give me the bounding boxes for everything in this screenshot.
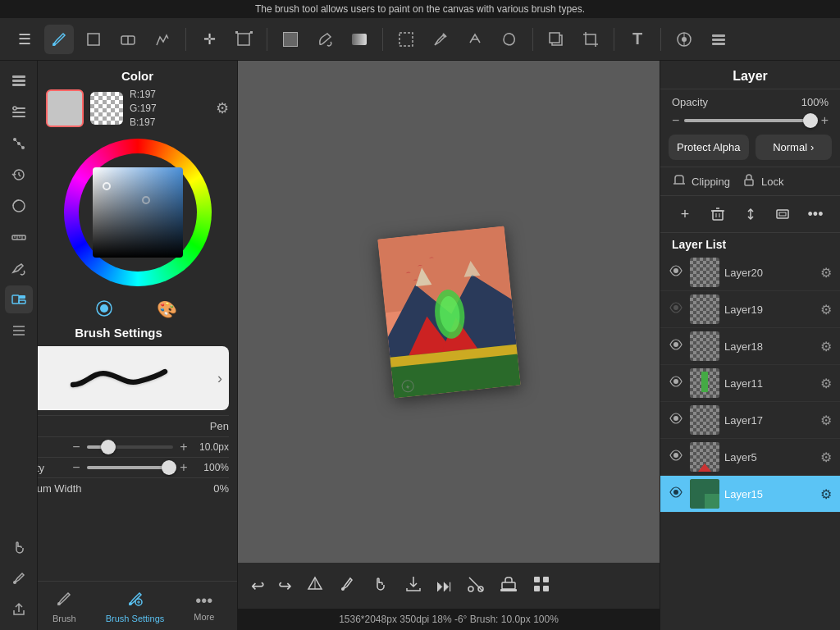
undo-icon[interactable]: ↩ — [251, 576, 265, 596]
layer-item-layer15[interactable]: Layer15 ⚙ — [660, 476, 840, 513]
canvas-container[interactable]: ✦ — [238, 61, 660, 563]
delete-layer-btn[interactable] — [705, 201, 731, 227]
eraser-tool-icon[interactable] — [113, 25, 143, 54]
reorder-layers-btn[interactable] — [737, 201, 764, 227]
size-plus[interactable]: + — [178, 440, 189, 454]
color-tab[interactable]: Color — [87, 296, 121, 321]
layer5-visibility[interactable] — [669, 448, 685, 466]
layer15-visibility[interactable] — [669, 485, 685, 503]
paint-icon[interactable] — [460, 25, 490, 54]
brush-prev-arrow-right[interactable]: › — [217, 370, 222, 387]
redo-icon[interactable]: ↪ — [278, 576, 292, 596]
lock-item[interactable]: Lock — [742, 172, 783, 190]
layer20-gear[interactable]: ⚙ — [820, 265, 832, 281]
grid-icon[interactable] — [532, 574, 551, 598]
brush-settings-bottom-tab[interactable]: Brush Settings — [99, 587, 171, 627]
layer20-visibility[interactable] — [669, 263, 685, 281]
opacity-slider-thumb[interactable] — [162, 460, 176, 475]
pen-tool-icon[interactable] — [5, 564, 33, 592]
layers-left-icon[interactable] — [5, 67, 33, 95]
size-slider-thumb[interactable] — [101, 440, 116, 454]
text-icon[interactable]: T — [623, 25, 652, 54]
crop-icon[interactable] — [576, 25, 605, 54]
skip-icon[interactable]: ⏭ — [436, 577, 453, 596]
layer15-gear[interactable]: ⚙ — [820, 486, 832, 502]
effects-icon[interactable] — [5, 192, 33, 220]
layer19-visibility[interactable] — [669, 300, 685, 318]
layer11-gear[interactable]: ⚙ — [820, 376, 832, 391]
opacity-minus[interactable]: − — [71, 460, 82, 475]
layer-item-layer17[interactable]: Layer17 ⚙ — [660, 402, 840, 439]
opacity-slider[interactable] — [684, 119, 815, 122]
layer-more-btn[interactable]: ••• — [802, 201, 829, 227]
vector-tool-icon[interactable] — [148, 25, 177, 54]
opacity-slider[interactable] — [87, 466, 173, 469]
menu-icon[interactable]: ☰ — [10, 25, 39, 54]
opacity-minus-btn[interactable]: − — [672, 113, 679, 128]
move-tool-icon[interactable]: ✛ — [194, 25, 224, 54]
brush-tool-icon[interactable] — [44, 25, 74, 54]
layer19-gear[interactable]: ⚙ — [820, 302, 832, 317]
color-wheel[interactable] — [64, 139, 212, 286]
layer-item-layer20[interactable]: Layer20 ⚙ — [660, 254, 840, 291]
layer-item-layer18[interactable]: Layer18 ⚙ — [660, 328, 840, 365]
canvas-artwork[interactable]: ✦ — [377, 226, 521, 398]
gradient-tool-icon[interactable] — [345, 25, 374, 54]
symmetry-bottom-icon[interactable] — [305, 574, 325, 598]
history-icon[interactable] — [5, 161, 33, 189]
svg-rect-76 — [543, 577, 549, 582]
opacity-slider-row: Opacity − + 100% — [8, 457, 229, 477]
size-minus[interactable]: − — [71, 440, 82, 454]
layer17-visibility[interactable] — [669, 411, 685, 429]
add-layer-btn[interactable]: + — [672, 201, 698, 227]
palette-tab[interactable]: 🎨 Palette — [147, 296, 188, 321]
more-tab-icon: ••• — [195, 591, 212, 610]
transform-tool-icon[interactable] — [229, 25, 258, 54]
adjustments-icon[interactable] — [5, 130, 33, 158]
active-layer-icon[interactable] — [5, 285, 33, 313]
layer18-visibility[interactable] — [669, 337, 685, 355]
layers-icon[interactable] — [704, 25, 733, 54]
layer11-visibility[interactable] — [669, 374, 685, 392]
paint-bucket-icon[interactable] — [5, 254, 33, 282]
opacity-plus[interactable]: + — [178, 460, 189, 475]
brush-tab[interactable]: Brush — [46, 587, 83, 627]
normal-blend-btn[interactable]: Normal › — [756, 135, 833, 160]
layer5-gear[interactable]: ⚙ — [820, 450, 832, 465]
layer-item-layer11[interactable]: Layer11 ⚙ — [660, 365, 840, 402]
more-tab[interactable]: ••• More — [187, 588, 221, 625]
layer17-thumb — [690, 405, 719, 435]
opacity-plus-btn[interactable]: + — [821, 113, 829, 128]
size-slider[interactable] — [87, 445, 173, 449]
eyedropper-icon[interactable] — [426, 25, 455, 54]
clipping-item[interactable]: Clipping — [672, 172, 730, 190]
background-color-swatch[interactable] — [90, 92, 123, 125]
color-settings-gear[interactable]: ⚙ — [216, 99, 229, 117]
opacity-slider-thumb[interactable] — [803, 113, 818, 128]
protect-alpha-btn[interactable]: Protect Alpha — [669, 135, 749, 160]
layer17-gear[interactable]: ⚙ — [820, 413, 832, 428]
layer18-gear[interactable]: ⚙ — [820, 339, 832, 354]
symmetry-icon[interactable] — [669, 25, 699, 54]
cut-icon[interactable] — [466, 574, 486, 598]
layer-item-layer5[interactable]: Layer5 ⚙ — [660, 439, 840, 476]
layer-item-layer19[interactable]: Layer19 ⚙ — [660, 291, 840, 328]
smudge-tool-icon[interactable] — [79, 25, 108, 54]
hand-tool-icon[interactable] — [5, 533, 33, 561]
foreground-color-swatch[interactable] — [46, 89, 84, 127]
duplicate-icon[interactable] — [541, 25, 571, 54]
stamp-icon[interactable] — [499, 574, 518, 598]
selection-tool-icon[interactable] — [391, 25, 421, 54]
share-icon[interactable] — [5, 596, 33, 623]
list-icon[interactable] — [5, 317, 33, 345]
properties-icon[interactable] — [5, 98, 33, 126]
fill-color-icon[interactable] — [276, 25, 305, 54]
brush-preview-container[interactable]: ‹ › — [8, 346, 229, 410]
pen-bottom-icon[interactable] — [338, 574, 358, 598]
ruler-icon[interactable] — [5, 223, 33, 251]
import-icon[interactable] — [404, 574, 423, 598]
fill-tool-icon[interactable] — [310, 25, 340, 54]
hand-bottom-icon[interactable] — [371, 574, 390, 598]
layer-reference-btn[interactable] — [769, 201, 796, 227]
lasso-icon[interactable] — [495, 25, 524, 54]
